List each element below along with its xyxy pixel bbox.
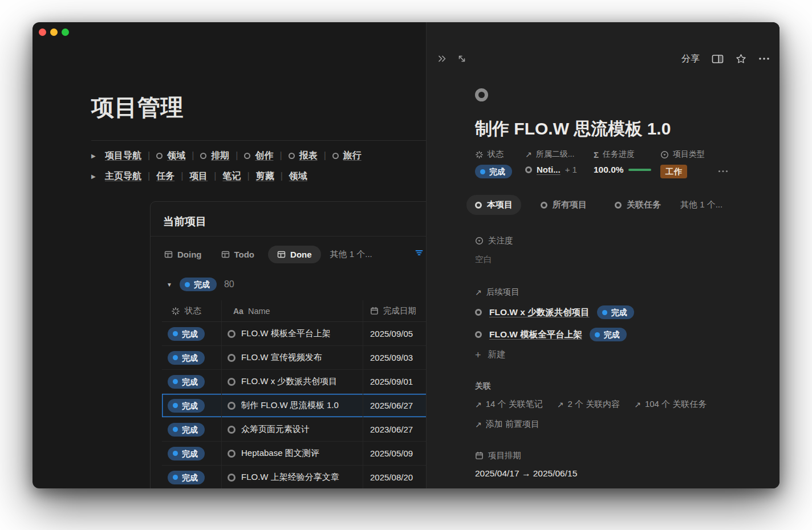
open-full-page-icon[interactable] bbox=[457, 54, 466, 63]
project-name[interactable]: 制作 FLO.W 思流模板 1.0 bbox=[241, 400, 339, 411]
more-options-icon[interactable] bbox=[758, 57, 770, 60]
property-status[interactable]: 状态 完成 bbox=[475, 149, 525, 178]
project-name[interactable]: Heptabase 图文测评 bbox=[241, 448, 319, 459]
toggle-right-icon[interactable]: ▶ bbox=[91, 173, 98, 180]
tab-label: 所有项目 bbox=[553, 199, 587, 210]
table-row[interactable]: 完成 众筹页面元素设计 2023/06/27 bbox=[162, 418, 426, 442]
nav-link-domain[interactable]: 领域 bbox=[167, 150, 185, 162]
relation-extra-count[interactable]: + 1 bbox=[565, 165, 577, 174]
tab-all-projects[interactable]: 所有项目 bbox=[532, 195, 595, 215]
column-label: 完成日期 bbox=[383, 305, 416, 316]
status-dot bbox=[173, 427, 178, 432]
table-row[interactable]: 完成 FLO.W 模板全平台上架 2025/09/05 bbox=[162, 322, 426, 346]
property-type[interactable]: 项目类型 工作 bbox=[660, 149, 705, 178]
zoom-window-button[interactable] bbox=[62, 28, 69, 36]
tab-label: 本项目 bbox=[487, 199, 513, 210]
project-name[interactable]: FLO.W x 少数派共创项目 bbox=[241, 376, 337, 387]
project-name[interactable]: 众筹页面元素设计 bbox=[241, 424, 310, 435]
next-project-item[interactable]: FLO.W 模板全平台上架 完成 bbox=[475, 327, 759, 342]
done-date[interactable]: 2025/09/03 bbox=[370, 353, 413, 362]
status-badge[interactable]: 完成 bbox=[168, 399, 205, 413]
table-row[interactable]: 完成 FLO.W 上架经验分享文章 2025/08/20 bbox=[162, 466, 426, 488]
table-row[interactable]: 完成 FLO.W 宣传视频发布 2025/09/03 bbox=[162, 346, 426, 370]
nav-link-projects[interactable]: 项目 bbox=[189, 170, 208, 182]
nav-link-project-nav[interactable]: 项目导航 bbox=[105, 150, 141, 162]
done-date[interactable]: 2025/05/09 bbox=[370, 449, 413, 458]
type-badge[interactable]: 工作 bbox=[660, 165, 687, 178]
add-predecessor-button[interactable]: ↗ 添加 前置项目 bbox=[475, 419, 759, 430]
status-badge[interactable]: 完成 bbox=[168, 447, 205, 460]
more-properties-icon[interactable] bbox=[718, 170, 728, 173]
nav-link-tasks[interactable]: 任务 bbox=[156, 170, 174, 182]
schedule-label[interactable]: 项目排期 bbox=[475, 450, 759, 461]
collapse-group-icon[interactable]: ▼ bbox=[167, 282, 172, 288]
property-parent[interactable]: ↗ 所属二级... Noti... + 1 bbox=[525, 149, 594, 178]
related-content-link[interactable]: ↗ 2 个 关联内容 bbox=[557, 399, 620, 410]
done-date[interactable]: 2025/06/27 bbox=[370, 401, 413, 410]
nav-link-report[interactable]: 报表 bbox=[299, 150, 318, 162]
tab-this-project[interactable]: 本项目 bbox=[466, 195, 521, 215]
filter-icon[interactable] bbox=[414, 248, 424, 258]
project-link[interactable]: FLO.W 模板全平台上架 bbox=[489, 329, 582, 341]
section-label: 后续项目 bbox=[486, 287, 519, 297]
status-badge[interactable]: 完成 bbox=[475, 165, 512, 178]
project-name[interactable]: FLO.W 模板全平台上架 bbox=[241, 328, 331, 339]
status-dot bbox=[173, 355, 178, 360]
nav-link-domain2[interactable]: 领域 bbox=[289, 170, 307, 182]
project-name[interactable]: FLO.W 宣传视频发布 bbox=[241, 352, 322, 363]
done-date[interactable]: 2025/08/20 bbox=[370, 472, 413, 482]
status-badge[interactable]: 完成 bbox=[168, 351, 205, 365]
view-tab-doing[interactable]: Doing bbox=[159, 246, 208, 263]
minimize-window-button[interactable] bbox=[50, 28, 58, 36]
project-link[interactable]: FLO.W x 少数派共创项目 bbox=[489, 307, 590, 319]
view-tab-todo[interactable]: Todo bbox=[216, 246, 261, 263]
property-progress[interactable]: Σ 任务进度 100.0% bbox=[594, 149, 660, 178]
table-row-selected[interactable]: 完成 制作 FLO.W 思流模板 1.0 2025/06/27 bbox=[162, 394, 426, 418]
done-date[interactable]: 2025/09/05 bbox=[370, 329, 413, 339]
view-tab-done[interactable]: Done bbox=[268, 246, 321, 263]
nav-link-schedule[interactable]: 排期 bbox=[211, 150, 229, 162]
arrow-ne-icon: ↗ bbox=[634, 401, 641, 409]
page-ring-icon bbox=[228, 378, 236, 386]
badge-label: 完成 bbox=[182, 377, 198, 387]
close-peek-icon[interactable] bbox=[437, 54, 448, 64]
nav-link-notes[interactable]: 笔记 bbox=[222, 170, 241, 182]
schedule-date-range[interactable]: 2025/04/17 → 2025/06/15 bbox=[475, 468, 759, 479]
peek-page-title[interactable]: 制作 FLO.W 思流模板 1.0 bbox=[475, 118, 759, 140]
page-icon[interactable] bbox=[475, 88, 759, 104]
related-tasks-link[interactable]: ↗ 104 个 关联任务 bbox=[634, 399, 707, 410]
column-header-name[interactable]: Aa Name bbox=[222, 300, 363, 321]
next-project-item[interactable]: FLO.W x 少数派共创项目 完成 bbox=[475, 305, 759, 320]
close-window-button[interactable] bbox=[39, 28, 46, 36]
property-label: 任务进度 bbox=[603, 149, 635, 160]
done-date[interactable]: 2025/09/01 bbox=[370, 377, 413, 386]
new-item-button[interactable]: + 新建 bbox=[475, 349, 759, 361]
status-badge[interactable]: 完成 bbox=[168, 423, 205, 437]
more-tabs-button[interactable]: 其他 1 个... bbox=[680, 199, 722, 210]
related-notes-link[interactable]: ↗ 14 个 关联笔记 bbox=[475, 399, 543, 410]
relation-link[interactable]: Noti... bbox=[537, 165, 561, 174]
next-projects-label[interactable]: ↗ 后续项目 bbox=[475, 287, 759, 297]
focus-empty-value[interactable]: 空白 bbox=[475, 254, 759, 265]
badge-label: 完成 bbox=[194, 279, 210, 290]
status-badge[interactable]: 完成 bbox=[168, 375, 205, 389]
table-row[interactable]: 完成 Heptabase 图文测评 2025/05/09 bbox=[162, 442, 426, 466]
column-header-date[interactable]: 完成日期 bbox=[363, 300, 426, 321]
nav-link-travel[interactable]: 旅行 bbox=[343, 150, 362, 162]
column-header-status[interactable]: 状态 bbox=[162, 300, 222, 321]
status-badge[interactable]: 完成 bbox=[168, 327, 205, 341]
page-ring-icon bbox=[615, 202, 622, 209]
nav-link-home-nav[interactable]: 主页导航 bbox=[105, 170, 141, 182]
done-date[interactable]: 2023/06/27 bbox=[370, 425, 413, 434]
toggle-right-icon[interactable]: ▶ bbox=[91, 153, 98, 159]
focus-property-label[interactable]: 关注度 bbox=[475, 235, 759, 246]
group-status-badge[interactable]: 完成 bbox=[180, 278, 217, 291]
project-name[interactable]: FLO.W 上架经验分享文章 bbox=[241, 472, 339, 483]
tab-related-tasks[interactable]: 关联任务 bbox=[606, 195, 669, 215]
status-badge[interactable]: 完成 bbox=[168, 471, 205, 484]
nav-link-clips[interactable]: 剪藏 bbox=[256, 170, 274, 182]
status-spinner-icon bbox=[171, 307, 180, 316]
table-row[interactable]: 完成 FLO.W x 少数派共创项目 2025/09/01 bbox=[162, 370, 426, 394]
nav-link-create[interactable]: 创作 bbox=[255, 150, 273, 162]
more-views-button[interactable]: 其他 1 个... bbox=[330, 249, 372, 260]
